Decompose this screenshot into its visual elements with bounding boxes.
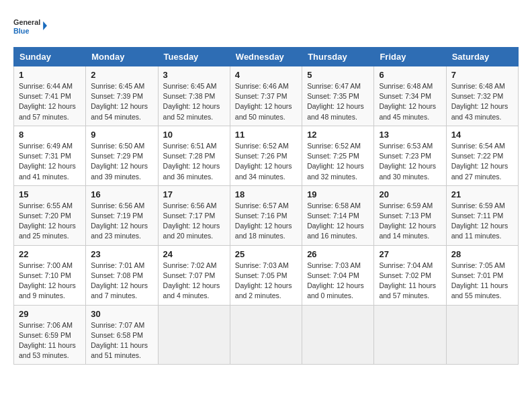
day-number: 6: [379, 70, 441, 80]
day-detail: Sunrise: 7:00 AMSunset: 7:10 PMDaylight:…: [19, 261, 76, 300]
calendar-cell: 7 Sunrise: 6:48 AMSunset: 7:32 PMDayligh…: [446, 66, 518, 126]
day-detail: Sunrise: 6:45 AMSunset: 7:38 PMDaylight:…: [163, 82, 220, 121]
day-number: 29: [19, 309, 81, 319]
calendar-cell: 17 Sunrise: 6:56 AMSunset: 7:17 PMDaylig…: [158, 185, 230, 245]
day-detail: Sunrise: 6:56 AMSunset: 7:17 PMDaylight:…: [163, 201, 220, 240]
calendar-cell: 27 Sunrise: 7:04 AMSunset: 7:02 PMDaylig…: [374, 245, 446, 305]
day-number: 11: [235, 130, 297, 140]
day-detail: Sunrise: 7:03 AMSunset: 7:04 PMDaylight:…: [307, 261, 364, 300]
day-detail: Sunrise: 6:49 AMSunset: 7:31 PMDaylight:…: [19, 142, 76, 181]
day-number: 16: [91, 189, 152, 199]
day-detail: Sunrise: 6:55 AMSunset: 7:20 PMDaylight:…: [19, 201, 76, 240]
weekday-header-monday: Monday: [86, 48, 158, 66]
calendar-cell: 21 Sunrise: 6:59 AMSunset: 7:11 PMDaylig…: [446, 185, 518, 245]
day-detail: Sunrise: 7:04 AMSunset: 7:02 PMDaylight:…: [379, 261, 436, 300]
calendar-cell: 18 Sunrise: 6:57 AMSunset: 7:16 PMDaylig…: [230, 185, 302, 245]
calendar-cell: 6 Sunrise: 6:48 AMSunset: 7:34 PMDayligh…: [374, 66, 446, 126]
calendar-cell: 26 Sunrise: 7:03 AMSunset: 7:04 PMDaylig…: [302, 245, 374, 305]
day-number: 5: [307, 70, 369, 80]
logo: General Blue: [13, 13, 47, 40]
calendar-cell: 13 Sunrise: 6:53 AMSunset: 7:23 PMDaylig…: [374, 126, 446, 185]
day-detail: Sunrise: 6:48 AMSunset: 7:32 PMDaylight:…: [451, 82, 508, 121]
day-number: 24: [163, 249, 225, 259]
day-detail: Sunrise: 6:47 AMSunset: 7:35 PMDaylight:…: [307, 82, 364, 121]
day-detail: Sunrise: 7:03 AMSunset: 7:05 PMDaylight:…: [235, 261, 292, 300]
day-number: 28: [451, 249, 513, 259]
calendar-cell: 4 Sunrise: 6:46 AMSunset: 7:37 PMDayligh…: [230, 66, 302, 126]
day-number: 25: [235, 249, 297, 259]
calendar-cell: 16 Sunrise: 6:56 AMSunset: 7:19 PMDaylig…: [86, 185, 158, 245]
calendar-cell: 22 Sunrise: 7:00 AMSunset: 7:10 PMDaylig…: [14, 245, 86, 305]
calendar-cell: 8 Sunrise: 6:49 AMSunset: 7:31 PMDayligh…: [14, 126, 86, 185]
day-number: 21: [451, 189, 513, 199]
day-detail: Sunrise: 7:06 AMSunset: 6:59 PMDaylight:…: [19, 321, 76, 360]
day-number: 9: [91, 130, 152, 140]
calendar-cell: 28 Sunrise: 7:05 AMSunset: 7:01 PMDaylig…: [446, 245, 518, 305]
day-number: 17: [163, 189, 225, 199]
day-number: 10: [163, 130, 225, 140]
calendar-cell: 24 Sunrise: 7:02 AMSunset: 7:07 PMDaylig…: [158, 245, 230, 305]
day-detail: Sunrise: 7:05 AMSunset: 7:01 PMDaylight:…: [451, 261, 508, 300]
weekday-header-wednesday: Wednesday: [230, 48, 302, 66]
day-detail: Sunrise: 7:07 AMSunset: 6:58 PMDaylight:…: [91, 321, 148, 360]
day-number: 14: [451, 130, 513, 140]
day-detail: Sunrise: 6:54 AMSunset: 7:22 PMDaylight:…: [451, 142, 508, 181]
weekday-header-saturday: Saturday: [446, 48, 518, 66]
day-number: 19: [307, 189, 369, 199]
day-number: 7: [451, 70, 513, 80]
weekday-header-tuesday: Tuesday: [158, 48, 230, 66]
day-detail: Sunrise: 6:44 AMSunset: 7:41 PMDaylight:…: [19, 82, 76, 121]
day-number: 22: [19, 249, 81, 259]
calendar-cell: 5 Sunrise: 6:47 AMSunset: 7:35 PMDayligh…: [302, 66, 374, 126]
svg-text:General: General: [13, 18, 40, 26]
svg-text:Blue: Blue: [13, 27, 29, 35]
day-number: 18: [235, 189, 297, 199]
day-detail: Sunrise: 6:50 AMSunset: 7:29 PMDaylight:…: [91, 142, 148, 181]
weekday-header-friday: Friday: [374, 48, 446, 66]
day-detail: Sunrise: 6:46 AMSunset: 7:37 PMDaylight:…: [235, 82, 292, 121]
day-detail: Sunrise: 6:51 AMSunset: 7:28 PMDaylight:…: [163, 142, 220, 181]
day-detail: Sunrise: 6:59 AMSunset: 7:13 PMDaylight:…: [379, 201, 436, 240]
day-detail: Sunrise: 6:52 AMSunset: 7:25 PMDaylight:…: [307, 142, 364, 181]
day-detail: Sunrise: 7:02 AMSunset: 7:07 PMDaylight:…: [163, 261, 220, 300]
calendar-cell: [446, 305, 518, 365]
weekday-header-sunday: Sunday: [14, 48, 86, 66]
calendar-cell: 20 Sunrise: 6:59 AMSunset: 7:13 PMDaylig…: [374, 185, 446, 245]
calendar-cell: 10 Sunrise: 6:51 AMSunset: 7:28 PMDaylig…: [158, 126, 230, 185]
day-number: 8: [19, 130, 81, 140]
day-detail: Sunrise: 7:01 AMSunset: 7:08 PMDaylight:…: [91, 261, 148, 300]
calendar-cell: 11 Sunrise: 6:52 AMSunset: 7:26 PMDaylig…: [230, 126, 302, 185]
day-number: 23: [91, 249, 152, 259]
day-number: 27: [379, 249, 441, 259]
calendar-table: SundayMondayTuesdayWednesdayThursdayFrid…: [13, 47, 519, 365]
day-detail: Sunrise: 6:52 AMSunset: 7:26 PMDaylight:…: [235, 142, 292, 181]
calendar-cell: 25 Sunrise: 7:03 AMSunset: 7:05 PMDaylig…: [230, 245, 302, 305]
logo-svg: General Blue: [13, 13, 47, 40]
day-number: 1: [19, 70, 81, 80]
calendar-cell: 9 Sunrise: 6:50 AMSunset: 7:29 PMDayligh…: [86, 126, 158, 185]
day-detail: Sunrise: 6:59 AMSunset: 7:11 PMDaylight:…: [451, 201, 508, 240]
day-number: 3: [163, 70, 225, 80]
calendar-cell: 12 Sunrise: 6:52 AMSunset: 7:25 PMDaylig…: [302, 126, 374, 185]
calendar-cell: 3 Sunrise: 6:45 AMSunset: 7:38 PMDayligh…: [158, 66, 230, 126]
calendar-cell: [302, 305, 374, 365]
calendar-cell: 29 Sunrise: 7:06 AMSunset: 6:59 PMDaylig…: [14, 305, 86, 365]
calendar-cell: 23 Sunrise: 7:01 AMSunset: 7:08 PMDaylig…: [86, 245, 158, 305]
day-detail: Sunrise: 6:48 AMSunset: 7:34 PMDaylight:…: [379, 82, 436, 121]
day-number: 4: [235, 70, 297, 80]
svg-marker-2: [43, 21, 47, 30]
day-detail: Sunrise: 6:56 AMSunset: 7:19 PMDaylight:…: [91, 201, 148, 240]
day-number: 15: [19, 189, 81, 199]
day-number: 13: [379, 130, 441, 140]
day-number: 20: [379, 189, 441, 199]
day-detail: Sunrise: 6:53 AMSunset: 7:23 PMDaylight:…: [379, 142, 436, 181]
day-detail: Sunrise: 6:45 AMSunset: 7:39 PMDaylight:…: [91, 82, 148, 121]
day-number: 26: [307, 249, 369, 259]
calendar-cell: 2 Sunrise: 6:45 AMSunset: 7:39 PMDayligh…: [86, 66, 158, 126]
calendar-cell: 14 Sunrise: 6:54 AMSunset: 7:22 PMDaylig…: [446, 126, 518, 185]
calendar-cell: 1 Sunrise: 6:44 AMSunset: 7:41 PMDayligh…: [14, 66, 86, 126]
day-number: 12: [307, 130, 369, 140]
calendar-cell: [158, 305, 230, 365]
day-detail: Sunrise: 6:58 AMSunset: 7:14 PMDaylight:…: [307, 201, 364, 240]
weekday-header-thursday: Thursday: [302, 48, 374, 66]
